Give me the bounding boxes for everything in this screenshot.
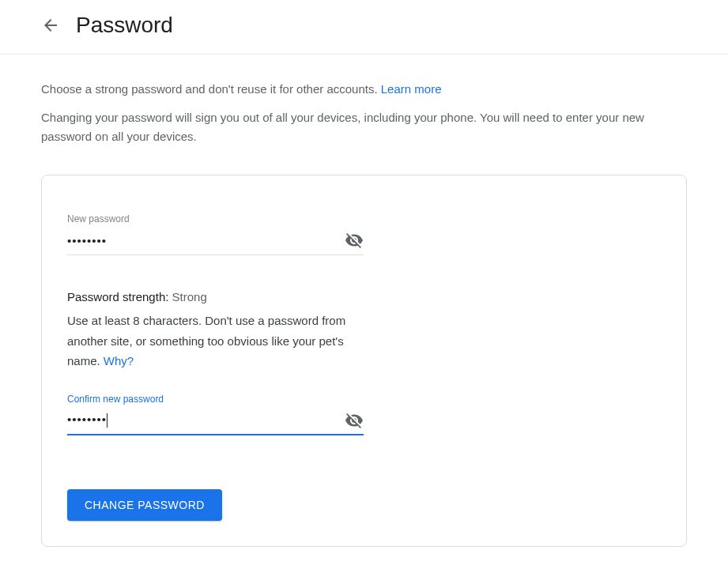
confirm-password-row: •••••••• bbox=[67, 411, 364, 435]
new-password-row: •••••••• bbox=[67, 231, 364, 255]
change-password-button[interactable]: CHANGE PASSWORD bbox=[67, 489, 222, 521]
back-button[interactable] bbox=[41, 16, 60, 35]
intro-text-1: Choose a strong password and don't reuse… bbox=[41, 82, 381, 96]
password-card: New password •••••••• Password strength:… bbox=[41, 175, 687, 547]
strength-label: Password strength: bbox=[67, 290, 172, 303]
strength-help-text: Use at least 8 characters. Don't use a p… bbox=[67, 311, 364, 371]
page-title: Password bbox=[76, 13, 173, 38]
intro-line-2: Changing your password will sign you out… bbox=[41, 108, 687, 146]
new-password-input[interactable]: •••••••• bbox=[67, 234, 345, 247]
confirm-password-input[interactable]: •••••••• bbox=[67, 413, 345, 428]
learn-more-link[interactable]: Learn more bbox=[381, 82, 442, 96]
visibility-off-icon bbox=[345, 231, 364, 250]
new-password-group: New password •••••••• bbox=[67, 213, 364, 255]
toggle-visibility-confirm[interactable] bbox=[345, 411, 364, 430]
strength-value: Strong bbox=[172, 290, 207, 303]
strength-section: Password strength: Strong Use at least 8… bbox=[67, 290, 364, 371]
text-caret bbox=[107, 413, 108, 428]
toggle-visibility-new[interactable] bbox=[345, 231, 364, 250]
confirm-password-label: Confirm new password bbox=[67, 394, 364, 405]
content-area: Choose a strong password and don't reuse… bbox=[0, 55, 728, 566]
arrow-left-icon bbox=[41, 16, 60, 35]
confirm-password-value: •••••••• bbox=[67, 413, 107, 426]
confirm-password-group: Confirm new password •••••••• bbox=[67, 394, 364, 435]
visibility-off-icon bbox=[345, 411, 364, 430]
why-link[interactable]: Why? bbox=[104, 354, 134, 368]
page-header: Password bbox=[0, 0, 728, 55]
new-password-label: New password bbox=[67, 213, 364, 224]
intro-line-1: Choose a strong password and don't reuse… bbox=[41, 80, 687, 99]
